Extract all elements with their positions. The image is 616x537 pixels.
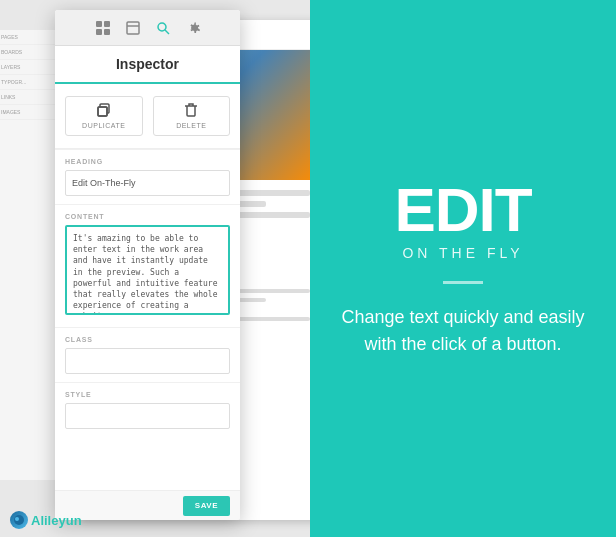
style-label: STYLE [65, 391, 230, 398]
svg-rect-0 [96, 21, 102, 27]
delete-label: DELETE [176, 122, 206, 129]
edit-title: EDIT [394, 179, 531, 241]
class-section: CLASS [55, 328, 240, 382]
class-input[interactable] [65, 348, 230, 374]
inspector-title: Inspector [116, 56, 179, 72]
brand-accent: yun [58, 513, 81, 528]
right-panel: EDIT ON THE FLY Change text quickly and … [310, 0, 616, 537]
inspector-actions: DUPLICATE DELETE [55, 84, 240, 149]
svg-point-12 [15, 517, 19, 521]
inspector-panel: Inspector DUPLICATE [55, 10, 240, 520]
watermark-logo [10, 511, 28, 529]
edit-subtitle: ON THE FLY [402, 245, 523, 261]
watermark: Alileyun [10, 511, 82, 529]
duplicate-icon [97, 103, 111, 120]
delete-icon [185, 103, 197, 120]
content-textarea[interactable]: It's amazing to be able to enter text in… [65, 225, 230, 315]
class-label: CLASS [65, 336, 230, 343]
edit-description: Change text quickly and easily with the … [330, 304, 596, 358]
svg-rect-1 [104, 21, 110, 27]
content-label: CONTENT [65, 213, 230, 220]
save-bar: SAVE [55, 490, 240, 520]
heading-section: HEADING [55, 150, 240, 204]
svg-line-7 [165, 30, 169, 34]
svg-rect-3 [104, 29, 110, 35]
delete-button[interactable]: DELETE [153, 96, 231, 136]
watermark-text: Alileyun [31, 513, 82, 528]
gear-icon[interactable] [184, 19, 202, 37]
svg-rect-9 [98, 107, 107, 116]
left-panel: PAGES BOARDS LAYERS TYPOGR... LINKS IMAG… [0, 0, 310, 537]
inspector-toolbar [55, 10, 240, 46]
box-icon[interactable] [124, 19, 142, 37]
svg-rect-2 [96, 29, 102, 35]
save-button[interactable]: SAVE [183, 496, 230, 516]
style-section: STYLE [55, 383, 240, 437]
grid-icon[interactable] [94, 19, 112, 37]
content-section: CONTENT It's amazing to be able to enter… [55, 205, 240, 327]
style-input[interactable] [65, 403, 230, 429]
inspector-header: Inspector [55, 46, 240, 84]
edit-divider [443, 281, 483, 284]
duplicate-button[interactable]: DUPLICATE [65, 96, 143, 136]
search-icon[interactable] [154, 19, 172, 37]
brand-first: Alile [31, 513, 58, 528]
svg-rect-4 [127, 22, 139, 34]
heading-label: HEADING [65, 158, 230, 165]
heading-input[interactable] [65, 170, 230, 196]
svg-point-6 [158, 23, 166, 31]
duplicate-label: DUPLICATE [82, 122, 125, 129]
